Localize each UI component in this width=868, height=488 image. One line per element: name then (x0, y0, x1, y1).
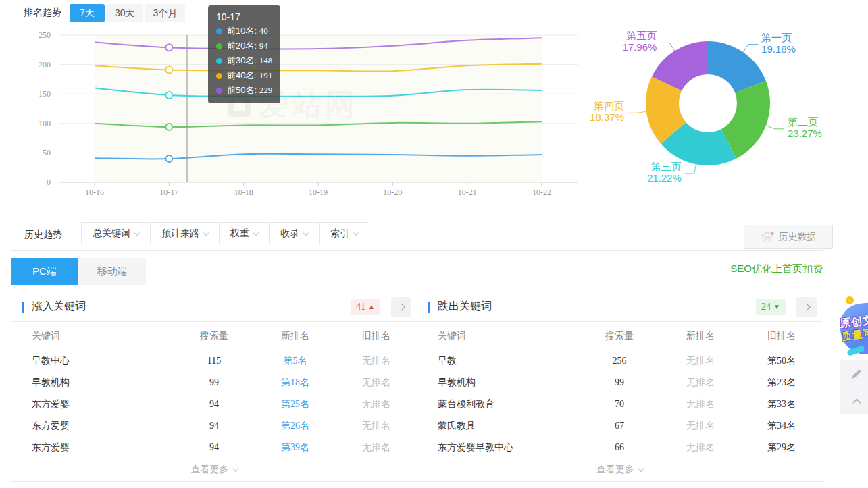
table-cell[interactable]: 第25名 (255, 398, 336, 410)
table-cell: 无排名 (660, 377, 741, 389)
column-header: 旧排名 (741, 330, 822, 342)
svg-text:10-20: 10-20 (383, 188, 402, 197)
rising-view-more-button[interactable]: 查看更多 (11, 458, 417, 482)
tooltip-row: 前10名: 40 (216, 24, 272, 38)
keyword-tables-card: 涨入关键词 41▲ 关键词搜索量新排名旧排名 早教中心115第5名无排名早教机构… (11, 292, 823, 482)
table-cell: 94 (174, 399, 255, 410)
table-cell: 无排名 (336, 441, 417, 454)
table-cell[interactable]: 第26名 (255, 420, 336, 432)
chevron-up-icon (852, 398, 861, 407)
svg-text:10-19: 10-19 (309, 188, 328, 197)
table-cell: 东方爱婴 (11, 398, 174, 410)
up-triangle-icon: ▲ (368, 299, 375, 315)
svg-text:10-21: 10-21 (458, 188, 477, 197)
dropdown-index[interactable]: 索引 (320, 223, 369, 244)
dropped-panel-header: 跌出关键词 24▼ (417, 292, 822, 322)
dropdown-total-keywords[interactable]: 总关键词 (82, 223, 151, 244)
table-cell: 蒙台梭利教育 (417, 398, 579, 410)
chevron-down-icon (134, 230, 140, 236)
dropped-keywords-panel: 跌出关键词 24▼ 关键词搜索量新排名旧排名 早教256无排名第50名早教机构9… (417, 292, 822, 481)
table-cell: 早教中心 (11, 355, 174, 367)
title-accent-bar (22, 302, 24, 313)
svg-text:50: 50 (43, 148, 51, 157)
layers-icon (761, 232, 774, 243)
promo-badge[interactable]: 原创文 质量可 (838, 295, 868, 359)
table-cell: 东方爱婴早教中心 (417, 441, 579, 454)
table-cell: 无排名 (660, 420, 741, 432)
tab-7days[interactable]: 7天 (70, 4, 105, 22)
dropped-next-button[interactable] (796, 297, 817, 317)
feedback-edit-button[interactable] (840, 360, 868, 387)
table-cell: 东方爱婴 (11, 441, 174, 454)
table-cell: 70 (579, 399, 660, 410)
table-cell: 66 (579, 442, 660, 453)
ranking-trend-title: 排名趋势 (24, 7, 61, 19)
table-row: 蒙台梭利教育70无排名第33名 (417, 394, 822, 415)
svg-text:150: 150 (39, 89, 51, 99)
table-cell: 94 (174, 421, 255, 431)
table-cell: 第29名 (741, 441, 822, 454)
line-chart-svg[interactable]: 05010015020025010-1610-1710-1810-1910-20… (11, 0, 594, 208)
pencil-icon (851, 369, 862, 379)
ranking-line-chart[interactable]: 爱站网 05010015020025010-1610-1710-1810-191… (11, 0, 594, 208)
dropdown-weight[interactable]: 权重 (220, 223, 270, 244)
table-row: 东方爱婴94第39名无排名 (11, 437, 417, 458)
history-data-button[interactable]: 历史数据 (744, 225, 833, 249)
table-cell: 蒙氏教具 (417, 420, 579, 432)
column-header: 新排名 (660, 330, 741, 342)
seo-promo-link[interactable]: SEO优化上首页扣费 (730, 263, 823, 275)
table-cell: 无排名 (660, 441, 741, 454)
column-header: 新排名 (255, 330, 336, 342)
tooltip-row: 前30名: 148 (216, 53, 272, 68)
column-header: 关键词 (417, 330, 579, 342)
donut-label: 第一页19.18% (761, 32, 796, 55)
tab-3months[interactable]: 3个月 (145, 4, 186, 22)
table-cell: 早教机构 (11, 377, 174, 389)
donut-label: 第二页23.27% (788, 116, 822, 139)
rising-table-body: 早教中心115第5名无排名早教机构99第18名无排名东方爱婴94第25名无排名东… (11, 350, 417, 458)
rising-next-button[interactable] (391, 297, 411, 317)
rising-keywords-panel: 涨入关键词 41▲ 关键词搜索量新排名旧排名 早教中心115第5名无排名早教机构… (11, 292, 417, 481)
table-cell: 无排名 (336, 398, 417, 410)
back-to-top-button[interactable] (840, 387, 868, 414)
dropped-table-header: 关键词搜索量新排名旧排名 (417, 322, 822, 350)
series-dot-icon (216, 88, 222, 94)
dropped-panel-title: 跌出关键词 (438, 300, 492, 314)
table-cell: 无排名 (660, 398, 741, 410)
table-row: 东方爱婴94第25名无排名 (11, 394, 417, 415)
dropped-count-badge: 24▼ (756, 299, 786, 315)
tab-30days[interactable]: 30天 (107, 4, 143, 22)
tooltip-date: 10-17 (216, 10, 272, 24)
table-cell: 第34名 (741, 420, 822, 432)
svg-text:250: 250 (39, 30, 51, 40)
history-trend-card: 历史趋势 总关键词 预计来路 权重 收录 索引 历史数据 (11, 215, 823, 251)
table-cell[interactable]: 第18名 (255, 377, 336, 389)
tab-mobile[interactable]: 移动端 (78, 258, 146, 285)
chevron-down-icon (303, 230, 309, 236)
donut-label: 第四页18.37% (590, 100, 624, 123)
table-cell: 67 (579, 421, 660, 431)
svg-text:10-17: 10-17 (159, 188, 178, 197)
title-accent-bar (428, 302, 430, 313)
donut-label: 第五页17.96% (622, 30, 657, 53)
svg-text:10-16: 10-16 (85, 188, 104, 197)
dropdown-indexed[interactable]: 收录 (270, 223, 320, 244)
table-cell: 无排名 (660, 355, 741, 367)
series-dot-icon (216, 43, 222, 49)
table-cell[interactable]: 第5名 (255, 355, 336, 367)
series-dot-icon (216, 58, 222, 64)
dropdown-estimated-traffic[interactable]: 预计来路 (151, 223, 220, 244)
table-row: 东方爱婴94第26名无排名 (11, 415, 417, 437)
chevron-down-icon (232, 466, 238, 472)
dropped-table-body: 早教256无排名第50名早教机构99无排名第23名蒙台梭利教育70无排名第33名… (417, 350, 822, 458)
chevron-down-icon (203, 230, 209, 236)
page-distribution-donut[interactable]: 第一页19.18% 第二页23.27% 第三页21.22% 第四页18.37% … (594, 29, 824, 205)
tab-pc[interactable]: PC端 (11, 258, 78, 285)
rising-panel-header: 涨入关键词 41▲ (11, 292, 417, 322)
table-cell: 早教 (417, 355, 579, 367)
table-cell: 无排名 (336, 355, 417, 367)
table-cell[interactable]: 第39名 (255, 441, 336, 454)
chevron-right-icon (397, 303, 405, 310)
rising-count-badge: 41▲ (351, 299, 380, 315)
dropped-view-more-button[interactable]: 查看更多 (417, 458, 822, 482)
